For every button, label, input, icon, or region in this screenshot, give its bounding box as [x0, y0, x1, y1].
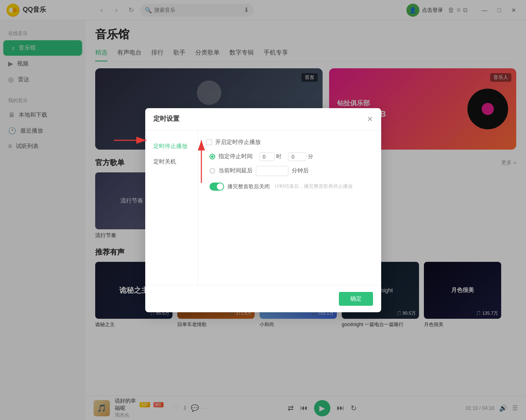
min-unit: 分	[308, 153, 313, 160]
toggle-switch[interactable]	[210, 183, 224, 191]
modal-content: 开启定时停止播放 指定停止时间 012345 时 0153045	[198, 131, 381, 285]
minutes-input[interactable]	[256, 166, 288, 176]
option1-row: 指定停止时间 012345 时 0153045 分	[210, 152, 373, 161]
option1-radio[interactable]	[210, 154, 215, 159]
toggle-hint: 计时结束后，播完整首歌再停止播放	[275, 183, 353, 190]
option2-label: 当前时间延后	[218, 167, 253, 174]
minute-dropdown[interactable]: 0153045	[288, 152, 306, 161]
option2-suffix: 分钟后	[292, 167, 309, 174]
hour-unit: 时	[276, 153, 282, 160]
toggle-row: 播完整首歌后关闭 计时结束后，播完整首歌再停止播放	[210, 183, 373, 191]
modal-header: 定时设置 ✕	[145, 108, 381, 131]
enable-checkbox-row: 开启定时停止播放	[206, 139, 373, 146]
option1-label: 指定停止时间	[218, 153, 253, 160]
option2-row: 当前时间延后 分钟后	[210, 166, 373, 176]
modal-body: 定时停止播放 定时关机 开启定时停止播放 指定停止时间 012345	[145, 131, 381, 285]
time-select-hour: 012345 时	[259, 152, 282, 161]
toggle-knob	[217, 183, 223, 190]
modal-close-button[interactable]: ✕	[367, 115, 373, 124]
modal-overlay[interactable]: 定时设置 ✕ 定时停止播放 定时关机 开启定时停止播放 指定停止时间	[0, 0, 526, 420]
hour-dropdown[interactable]: 012345	[259, 152, 275, 161]
modal-footer: 确定	[145, 285, 381, 312]
enable-checkbox[interactable]	[206, 139, 212, 145]
toggle-label: 播完整首歌后关闭	[227, 183, 270, 190]
confirm-button[interactable]: 确定	[339, 292, 373, 306]
timer-settings-modal: 定时设置 ✕ 定时停止播放 定时关机 开启定时停止播放 指定停止时间	[145, 108, 381, 312]
modal-title: 定时设置	[153, 115, 179, 123]
option2-radio[interactable]	[210, 168, 215, 174]
time-select-min: 0153045 分	[288, 152, 313, 161]
enable-checkbox-label: 开启定时停止播放	[215, 139, 261, 146]
modal-sidebar: 定时停止播放 定时关机	[145, 131, 198, 285]
modal-sidebar-item-stop[interactable]: 定时停止播放	[145, 139, 198, 154]
modal-sidebar-item-shutdown[interactable]: 定时关机	[145, 154, 198, 170]
